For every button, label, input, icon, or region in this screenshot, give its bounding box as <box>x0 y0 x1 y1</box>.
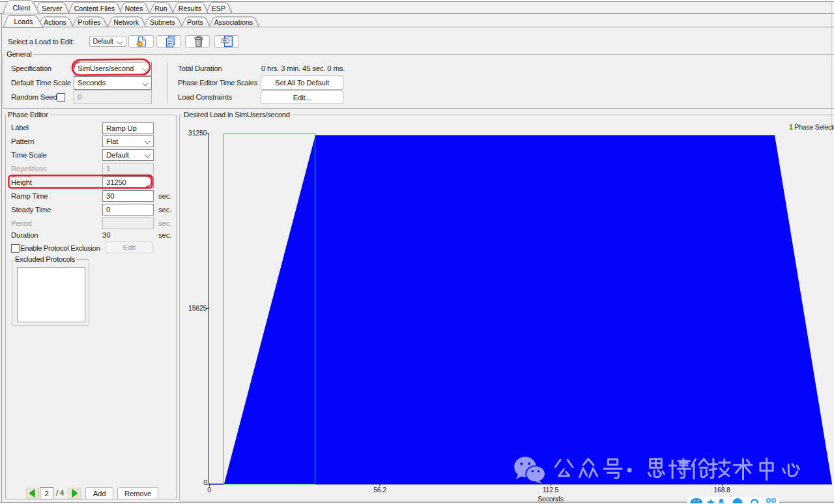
svg-text:Network: Network <box>113 18 139 26</box>
svg-text:Server: Server <box>42 5 63 12</box>
svg-text:Loads: Loads <box>14 18 33 25</box>
svg-text:Actions: Actions <box>44 18 66 26</box>
svg-text:Ports: Ports <box>187 18 203 26</box>
svg-text:Content Files: Content Files <box>74 5 115 12</box>
svg-text:Associations: Associations <box>214 18 253 26</box>
svg-text:Run: Run <box>154 5 167 12</box>
svg-text:Profiles: Profiles <box>78 18 100 26</box>
svg-text:Client: Client <box>12 4 30 12</box>
svg-text:Notes: Notes <box>125 5 143 12</box>
svg-text:Results: Results <box>179 5 201 12</box>
svg-text:Subnets: Subnets <box>150 18 175 26</box>
svg-text:ESP: ESP <box>212 5 225 12</box>
